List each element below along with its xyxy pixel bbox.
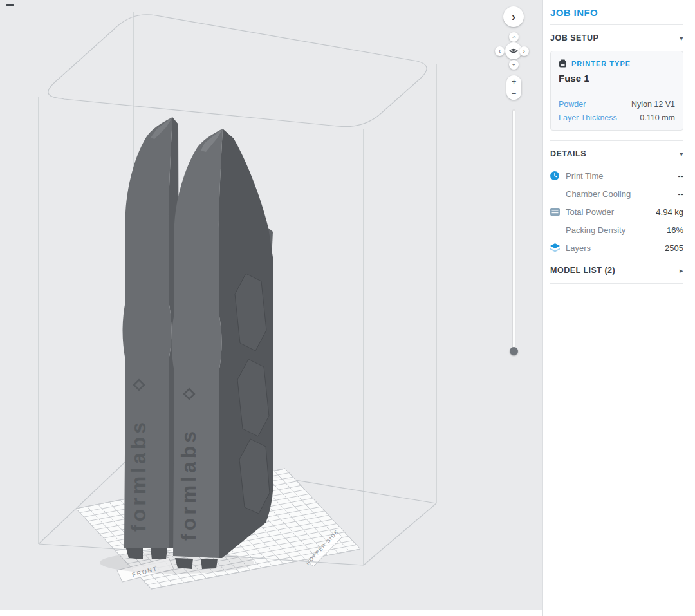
chevron-up-icon: › — [510, 36, 517, 38]
orbit-right-button[interactable]: › — [519, 46, 529, 56]
printer-name: Fuse 1 — [559, 73, 675, 84]
detail-row-chamber-cooling: Chamber Cooling -- — [550, 185, 683, 203]
job-setup-header[interactable]: JOB SETUP ▾ — [550, 25, 683, 51]
printer-type-card[interactable]: PRINTER TYPE Fuse 1 Powder Nylon 12 V1 L… — [550, 51, 683, 131]
printer-icon — [559, 59, 567, 68]
orbit-up-button[interactable]: › — [509, 32, 519, 42]
chevron-right-icon: › — [512, 10, 515, 24]
detail-row-total-powder: Total Powder 4.94 kg — [550, 203, 683, 221]
detail-row-layers: Layers 2505 — [550, 239, 683, 257]
powder-label[interactable]: Powder — [559, 100, 586, 109]
chevron-right-icon: ▸ — [680, 266, 683, 275]
viewport-canvas[interactable]: FRONT HOPPER SIDE formlabs — [0, 0, 542, 610]
model-2[interactable]: formlabs — [172, 129, 274, 569]
detail-row-packing-density: Packing Density 16% — [550, 221, 683, 239]
chevron-right-icon: › — [523, 48, 525, 55]
divider — [559, 91, 675, 91]
setup-row-powder: Powder Nylon 12 V1 — [559, 97, 675, 111]
model-1[interactable]: formlabs — [123, 117, 180, 559]
details-heading: DETAILS — [550, 149, 586, 158]
divider — [550, 283, 683, 284]
model-brand-text: formlabs — [177, 428, 200, 541]
model-list-heading: MODEL LIST (2) — [550, 266, 615, 275]
zoom-in-button[interactable]: + — [506, 75, 521, 88]
canvas-corner-mark — [6, 4, 14, 6]
chevron-left-icon: ‹ — [499, 48, 501, 55]
orbit-left-button[interactable]: ‹ — [495, 46, 505, 56]
zoom-control: + − — [506, 75, 521, 100]
clock-icon — [550, 171, 559, 180]
model-list-header[interactable]: MODEL LIST (2) ▸ — [550, 257, 683, 283]
chevron-down-icon: ▾ — [680, 150, 683, 158]
layer-slider[interactable] — [513, 110, 515, 355]
job-info-panel: JOB INFO JOB SETUP ▾ PRINTER TYPE Fuse 1… — [542, 0, 695, 616]
powder-value: Nylon 12 V1 — [631, 100, 675, 109]
detail-row-print-time: Print Time -- — [550, 167, 683, 185]
layer-slider-handle[interactable] — [510, 347, 518, 355]
details-rows: Print Time -- Chamber Cooling -- Total P… — [550, 167, 683, 257]
layers-icon — [550, 243, 560, 252]
chevron-down-icon: › — [510, 64, 517, 66]
model-brand-text: formlabs — [127, 419, 150, 532]
eye-icon — [509, 48, 518, 54]
powder-icon — [550, 208, 560, 216]
collapse-panel-button[interactable]: › — [503, 6, 524, 27]
details-header[interactable]: DETAILS ▾ — [550, 141, 683, 167]
orbit-down-button[interactable]: › — [509, 60, 519, 70]
layer-thickness-value: 0.110 mm — [640, 113, 675, 122]
setup-row-layer-thickness: Layer Thickness 0.110 mm — [559, 111, 675, 124]
canvas-bottom-strip — [0, 610, 542, 616]
job-setup-heading: JOB SETUP — [550, 33, 598, 42]
page-title: JOB INFO — [550, 0, 683, 24]
chevron-down-icon: ▾ — [680, 34, 683, 42]
layer-thickness-label[interactable]: Layer Thickness — [559, 113, 617, 122]
build-scene: FRONT HOPPER SIDE formlabs — [0, 0, 542, 610]
printer-type-label: PRINTER TYPE — [571, 60, 631, 68]
